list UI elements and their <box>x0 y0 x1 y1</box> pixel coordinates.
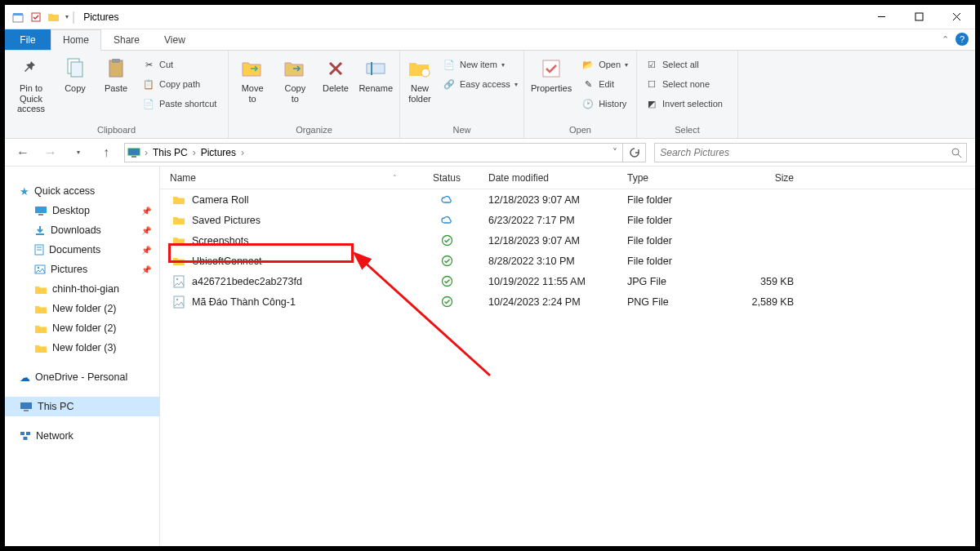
file-status <box>405 275 479 287</box>
file-row[interactable]: a426721bedec2ab273fd10/19/2022 11:55 AMJ… <box>160 271 975 291</box>
invert-selection-button[interactable]: ◩Invert selection <box>644 95 724 113</box>
move-to-button[interactable]: Moveto <box>235 56 270 104</box>
nav-item-label: Desktop <box>52 205 90 216</box>
col-size[interactable]: Size <box>732 172 805 184</box>
file-row[interactable]: Screenshots12/18/2023 9:07 AMFile folder <box>160 230 975 251</box>
breadcrumb-pc-icon <box>125 148 143 158</box>
new-item-button[interactable]: 📄New item ▾ <box>441 56 519 73</box>
navigation-pane: ★ Quick access Desktop📌Downloads📌Documen… <box>5 167 160 546</box>
svg-rect-31 <box>20 432 24 435</box>
col-date[interactable]: Date modified <box>479 172 617 184</box>
properties-button[interactable]: Properties <box>531 56 572 94</box>
copy-to-button[interactable]: Copyto <box>278 56 312 104</box>
ribbon: Pin to Quickaccess Copy Paste ✂Cut 📋Copy… <box>5 51 975 139</box>
nav-recent-button[interactable]: ▾ <box>69 143 88 162</box>
sidebar-item-chinh-thoi-gian[interactable]: chinh-thoi-gian <box>5 279 159 299</box>
paste-shortcut-button[interactable]: 📄Paste shortcut <box>140 95 218 113</box>
nav-back-button[interactable]: ← <box>13 143 33 162</box>
breadcrumb-this-pc[interactable]: This PC <box>149 147 191 158</box>
system-menu-icon[interactable] <box>11 11 24 24</box>
nav-up-button[interactable]: ↑ <box>96 143 116 162</box>
copy-button[interactable]: Copy <box>59 56 91 94</box>
svg-rect-16 <box>543 60 559 77</box>
file-row[interactable]: Mã Đáo Thành Công-110/24/2023 2:24 PMPNG… <box>160 291 975 312</box>
collapse-ribbon-icon[interactable]: ⌃ <box>942 34 949 45</box>
edit-button[interactable]: ✎Edit <box>580 75 630 93</box>
nav-forward-button[interactable]: → <box>41 143 60 162</box>
svg-point-15 <box>421 69 430 77</box>
pin-quick-access-button[interactable]: Pin to Quickaccess <box>11 56 51 114</box>
sidebar-item-documents[interactable]: Documents📌 <box>5 240 159 260</box>
tab-view[interactable]: View <box>152 29 198 50</box>
copy-path-button[interactable]: 📋Copy path <box>140 75 218 93</box>
search-input[interactable] <box>655 147 947 158</box>
maximize-button[interactable] <box>900 5 938 29</box>
file-row[interactable]: Camera Roll12/18/2023 9:07 AMFile folder <box>160 189 975 210</box>
clipboard-group-label: Clipboard <box>11 125 221 136</box>
onedrive-icon: ☁ <box>20 371 30 384</box>
address-bar: ← → ▾ ↑ › This PC › Pictures › ˅ <box>5 139 975 167</box>
nav-item-label: Pictures <box>51 264 87 275</box>
sidebar-item-new-folder-2-[interactable]: New folder (2) <box>5 318 159 338</box>
breadcrumb-dropdown-icon[interactable]: ˅ <box>608 147 622 158</box>
svg-rect-22 <box>38 214 43 216</box>
search-box[interactable] <box>654 143 967 162</box>
rename-button[interactable]: Rename <box>359 56 393 94</box>
file-status <box>405 295 479 308</box>
sidebar-item-desktop[interactable]: Desktop📌 <box>5 201 159 220</box>
nav-item-icon <box>34 304 47 314</box>
minimize-button[interactable] <box>862 5 900 29</box>
col-type[interactable]: Type <box>617 172 732 184</box>
nav-onedrive[interactable]: ☁ OneDrive - Personal <box>5 367 159 387</box>
pin-icon: 📌 <box>141 226 151 235</box>
delete-button[interactable]: Delete <box>320 56 350 94</box>
organize-group-label: Organize <box>235 125 393 136</box>
history-button[interactable]: 🕑History <box>580 95 630 113</box>
sidebar-item-pictures[interactable]: Pictures📌 <box>5 260 159 279</box>
easy-access-button[interactable]: 🔗Easy access ▾ <box>441 75 519 93</box>
file-date: 10/19/2022 11:55 AM <box>479 276 617 287</box>
select-all-button[interactable]: ☑Select all <box>644 56 724 73</box>
image-file-icon <box>172 295 186 309</box>
svg-rect-0 <box>13 15 23 22</box>
breadcrumb-pictures[interactable]: Pictures <box>198 147 239 158</box>
close-button[interactable] <box>938 5 975 29</box>
qat-properties-icon[interactable] <box>29 11 42 24</box>
svg-point-19 <box>952 149 959 155</box>
file-name: Camera Roll <box>192 194 248 206</box>
file-status <box>405 216 479 225</box>
select-none-button[interactable]: ☐Select none <box>644 75 724 93</box>
nav-this-pc[interactable]: This PC <box>5 397 159 416</box>
refresh-button[interactable] <box>623 143 646 162</box>
file-date: 6/23/2022 7:17 PM <box>479 215 617 226</box>
paste-button[interactable]: Paste <box>100 56 132 94</box>
folder-icon <box>172 254 186 269</box>
col-status[interactable]: Status <box>405 172 479 184</box>
file-list-pane: Name˄ Status Date modified Type Size Cam… <box>160 167 975 546</box>
nav-item-icon <box>34 206 47 216</box>
file-status <box>405 195 479 205</box>
sidebar-item-downloads[interactable]: Downloads📌 <box>5 220 159 240</box>
open-button[interactable]: 📂Open ▾ <box>580 56 630 73</box>
file-row[interactable]: UbisoftConnect8/28/2022 3:10 PMFile fold… <box>160 251 975 271</box>
help-icon[interactable]: ? <box>956 33 969 46</box>
tab-share[interactable]: Share <box>101 29 152 50</box>
tab-file[interactable]: File <box>5 29 51 50</box>
explorer-window: ▾ | Pictures File Home Share View ⌃ ? Pi… <box>5 5 975 546</box>
col-name[interactable]: Name˄ <box>160 172 405 184</box>
tab-home[interactable]: Home <box>51 29 101 51</box>
svg-rect-4 <box>915 13 923 20</box>
search-icon[interactable] <box>947 147 966 158</box>
sidebar-item-new-folder-2-[interactable]: New folder (2) <box>5 299 159 318</box>
new-folder-button[interactable]: Newfolder <box>407 56 433 104</box>
nav-network[interactable]: Network <box>5 426 159 446</box>
file-row[interactable]: Saved Pictures6/23/2022 7:17 PMFile fold… <box>160 210 975 230</box>
sidebar-item-new-folder-3-[interactable]: New folder (3) <box>5 338 159 358</box>
cut-button[interactable]: ✂Cut <box>140 56 218 73</box>
file-type: JPG File <box>617 276 732 287</box>
nav-quick-access[interactable]: ★ Quick access <box>5 181 159 201</box>
breadcrumb[interactable]: › This PC › Pictures › ˅ <box>124 143 623 162</box>
column-headers: Name˄ Status Date modified Type Size <box>160 167 975 189</box>
svg-point-37 <box>176 278 178 279</box>
qat-folder-icon[interactable] <box>47 11 60 24</box>
